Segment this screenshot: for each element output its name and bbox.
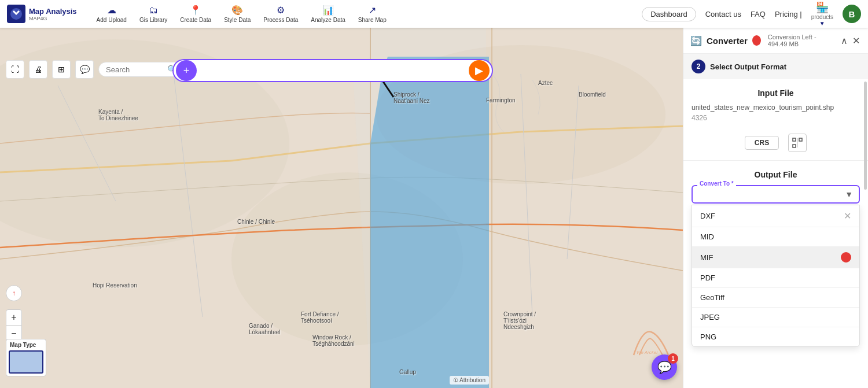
map-label-hopiRes: Hopi Reservation bbox=[93, 282, 137, 289]
crs-button[interactable]: CRS bbox=[745, 136, 779, 150]
dropdown-item-mid[interactable]: MID bbox=[692, 227, 859, 247]
convert-to-field[interactable]: Convert To * ▼ bbox=[692, 185, 860, 204]
dropdown-item-png[interactable]: PNG bbox=[692, 327, 859, 346]
brand-logo[interactable]: Map Analysis MAP4G bbox=[7, 5, 77, 23]
map-label-fortDefiance: Fort Defiance / Tséhootsooí bbox=[301, 311, 339, 324]
crs-scan-button[interactable] bbox=[788, 134, 807, 152]
comment-button[interactable]: 💬 bbox=[75, 60, 94, 79]
search-input[interactable] bbox=[106, 65, 164, 74]
map-label-windowRock: Window Rock / Tségháhoodzáni bbox=[312, 334, 355, 347]
analyze-icon: 📊 bbox=[322, 5, 334, 16]
print-button[interactable]: 🖨 bbox=[29, 60, 47, 79]
share-icon: ↗ bbox=[369, 5, 376, 16]
process-icon: ⚙ bbox=[277, 5, 285, 16]
map-toolbar: ⛶ 🖨 ⊞ 💬 🔍 bbox=[6, 60, 191, 79]
fullscreen-button[interactable]: ⛶ bbox=[6, 60, 24, 79]
upload-strip: + ▶ bbox=[174, 60, 492, 81]
user-avatar[interactable]: B bbox=[843, 5, 861, 23]
map-area[interactable]: Kayenta / To DineezhineeShiprock / Naat'… bbox=[0, 28, 683, 388]
brand-icon bbox=[7, 5, 25, 23]
svg-rect-17 bbox=[793, 138, 796, 141]
nav-process-data[interactable]: ⚙ Process Data bbox=[258, 2, 304, 25]
brand-text: Map Analysis MAP4G bbox=[29, 7, 77, 21]
right-panel: 🔄 Converter Conversion Left - 494.49 MB … bbox=[683, 28, 868, 388]
convert-to-label: Convert To * bbox=[697, 180, 736, 187]
file-name-label: united_states_new_mexico_tourism_point.s… bbox=[683, 101, 868, 113]
svg-text:We Arckel: We Arckel bbox=[637, 350, 657, 355]
map-label-ganado: Ganado / Lókaahnteel bbox=[249, 323, 281, 335]
panel-header: 🔄 Converter Conversion Left - 494.49 MB … bbox=[683, 28, 868, 54]
pricing-link[interactable]: Pricing | bbox=[775, 10, 802, 19]
chat-button[interactable]: 💬 1 bbox=[652, 354, 677, 380]
style-icon: 🎨 bbox=[231, 5, 243, 16]
map-label-aztec: Aztec bbox=[538, 80, 553, 86]
nav-share-map[interactable]: ↗ Share Map bbox=[352, 2, 392, 25]
map-label-farmington: Farmington bbox=[486, 97, 516, 104]
panel-body: Input File united_states_new_mexico_tour… bbox=[683, 79, 868, 388]
chat-badge: 1 bbox=[668, 353, 678, 364]
scrollbar[interactable] bbox=[863, 79, 867, 388]
divider bbox=[683, 160, 868, 161]
library-icon: 🗂 bbox=[149, 5, 158, 16]
upload-go-button[interactable]: ▶ bbox=[469, 60, 490, 81]
panel-collapse-button[interactable]: ∧ bbox=[840, 34, 849, 47]
dropdown-list: DXF✕MIDMIFPDFGeoTiffJPEGPNG bbox=[692, 205, 860, 347]
create-icon: 📍 bbox=[190, 5, 201, 16]
nav-items: ☁ Add Upload 🗂 Gis Library 📍 Create Data… bbox=[91, 2, 642, 25]
contact-link[interactable]: Contact us bbox=[705, 10, 741, 19]
dropdown-item-jpeg[interactable]: JPEG bbox=[692, 308, 859, 327]
crs-row: CRS bbox=[683, 128, 868, 158]
svg-rect-18 bbox=[799, 138, 802, 141]
map-label-crownpoint: Crownpoint / T'iists'ózi Ndeeshgizh bbox=[503, 311, 536, 330]
nav-right: Dashboard Contact us FAQ Pricing | 🏪 pro… bbox=[642, 1, 861, 27]
attribution-text: ① Attribution bbox=[450, 376, 489, 385]
map-label-chinle: Chinle / Chinle bbox=[237, 219, 275, 225]
red-dot-indicator bbox=[752, 35, 761, 46]
map-label-gallup: Gallup bbox=[399, 369, 416, 375]
input-file-title: Input File bbox=[683, 79, 868, 101]
north-button[interactable]: ↑ bbox=[6, 285, 22, 301]
dropdown-arrow-icon: ▼ bbox=[845, 190, 853, 199]
top-navigation: Map Analysis MAP4G ☁ Add Upload 🗂 Gis Li… bbox=[0, 0, 868, 28]
nav-create-data[interactable]: 📍 Create Data bbox=[174, 2, 217, 25]
dropdown-item-mif[interactable]: MIF bbox=[692, 247, 859, 268]
panel-close-button[interactable]: ✕ bbox=[851, 34, 861, 47]
step-indicator: 2 Select Output Format bbox=[683, 54, 868, 79]
upload-strip-inner: + ▶ bbox=[174, 60, 492, 81]
file-id-label: 4326 bbox=[683, 113, 868, 128]
dashboard-link[interactable]: Dashboard bbox=[642, 7, 696, 21]
faq-link[interactable]: FAQ bbox=[751, 10, 766, 19]
output-section: Output File Convert To * ▼ DXF✕MIDMIFPDF… bbox=[683, 163, 868, 353]
dropdown-item-pdf[interactable]: PDF bbox=[692, 268, 859, 288]
upload-input[interactable] bbox=[199, 66, 466, 75]
products-menu[interactable]: 🏪 products ▼ bbox=[811, 1, 833, 27]
converter-icon: 🔄 bbox=[690, 35, 702, 46]
svg-point-16 bbox=[753, 38, 759, 43]
dropdown-item-dxf[interactable]: DXF✕ bbox=[692, 205, 859, 227]
nav-style-data[interactable]: 🎨 Style Data bbox=[218, 2, 256, 25]
layers-button[interactable]: ⊞ bbox=[52, 60, 71, 79]
step-number: 2 bbox=[692, 60, 705, 73]
nav-analyze-data[interactable]: 📊 Analyze Data bbox=[305, 2, 351, 25]
map-label-bloomfield: Bloomfield bbox=[579, 91, 606, 98]
nav-add-upload[interactable]: ☁ Add Upload bbox=[91, 2, 133, 25]
dropdown-close-dxf[interactable]: ✕ bbox=[844, 210, 851, 221]
panel-actions: ∧ ✕ bbox=[840, 34, 861, 47]
map-label-kayenta: Kayenta / To Dineezhinee bbox=[98, 109, 138, 121]
map-zoom-controls: + − bbox=[6, 309, 22, 342]
dropdown-item-geotiff[interactable]: GeoTiff bbox=[692, 288, 859, 308]
cloud-upload-icon: ☁ bbox=[107, 5, 116, 16]
map-type-thumbnail[interactable] bbox=[9, 350, 43, 374]
zoom-in-button[interactable]: + bbox=[6, 309, 22, 326]
map-type-box: Map Type bbox=[6, 339, 46, 376]
dropdown-dot-mif bbox=[841, 252, 851, 263]
upload-plus-button[interactable]: + bbox=[176, 60, 197, 81]
svg-rect-19 bbox=[793, 145, 796, 147]
nav-gis-library[interactable]: 🗂 Gis Library bbox=[134, 3, 173, 25]
map-label-shiprock: Shiprock / Naat'aani Nez bbox=[393, 91, 430, 104]
